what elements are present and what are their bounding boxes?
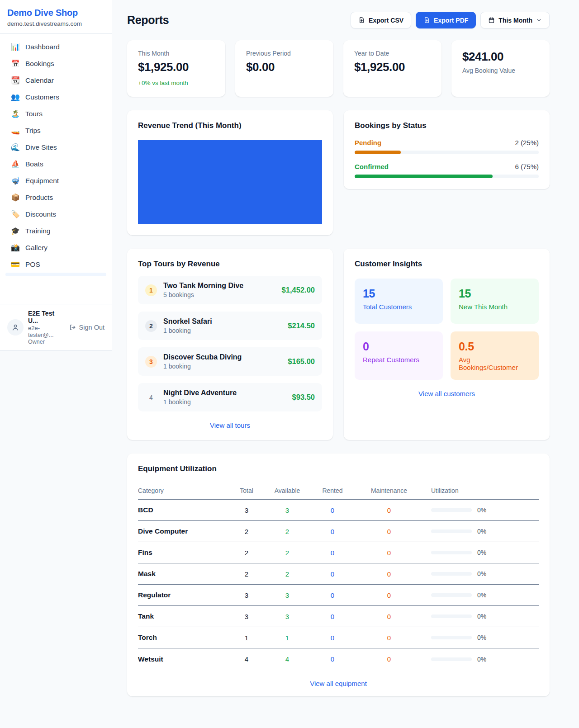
table-row: Regulator 3 3 0 0 0%	[138, 585, 539, 606]
bar-chart-icon: 📊	[11, 43, 20, 51]
export-pdf-button[interactable]: Export PDF	[416, 12, 476, 28]
table-row: Wetsuit 4 4 0 0 0%	[138, 648, 539, 670]
revenue-trend-chart	[138, 140, 322, 224]
status-row-pending: Pending 2 (25%)	[355, 139, 539, 154]
stat-delta: +0% vs last month	[138, 80, 214, 86]
charts-row: Revenue Trend (This Month) Bookings by S…	[127, 110, 550, 235]
view-all-equipment-link[interactable]: View all equipment	[138, 680, 539, 687]
period-label: This Month	[498, 17, 532, 24]
sidebar-item-training[interactable]: 🎓Training	[5, 222, 106, 239]
stat-label: Avg Booking Value	[462, 67, 539, 74]
sidebar-item-equipment[interactable]: 🤿Equipment	[5, 172, 106, 189]
sidebar-item-discounts[interactable]: 🏷️Discounts	[5, 206, 106, 222]
export-pdf-label: Export PDF	[434, 17, 468, 24]
utilization-percent: 0%	[477, 591, 486, 599]
user-role: Owner	[28, 339, 65, 345]
tour-row: 4 Night Dive Adventure 1 booking $93.50	[138, 383, 322, 411]
wave-icon: 🌊	[11, 143, 20, 151]
export-csv-label: Export CSV	[369, 17, 403, 24]
sidebar-item-label: Products	[25, 194, 53, 202]
table-row: Mask 2 2 0 0 0%	[138, 563, 539, 585]
sidebar-item-dive-sites[interactable]: 🌊Dive Sites	[5, 139, 106, 156]
sign-out-label: Sign Out	[79, 324, 104, 331]
export-csv-button[interactable]: Export CSV	[351, 12, 411, 28]
cell-available: 3	[265, 591, 310, 599]
col-header-total: Total	[228, 487, 265, 494]
table-row: BCD 3 3 0 0 0%	[138, 500, 539, 521]
utilization-bar-track	[431, 551, 472, 554]
cell-utilization: 0%	[423, 528, 539, 535]
cell-utilization: 0%	[423, 549, 539, 556]
sidebar-item-boats[interactable]: ⛵Boats	[5, 156, 106, 172]
view-all-customers-link[interactable]: View all customers	[355, 390, 539, 397]
confirmed-bar-track	[355, 175, 539, 178]
sidebar-item-reports-partial[interactable]	[5, 273, 106, 276]
tour-bookings: 1 booking	[163, 327, 281, 334]
sidebar-item-trips[interactable]: 🚤Trips	[5, 122, 106, 139]
tour-row: 2 Snorkel Safari 1 booking $214.50	[138, 312, 322, 340]
cell-maintenance: 0	[355, 655, 423, 663]
equipment-category: Regulator	[138, 591, 228, 599]
sidebar-item-label: Tours	[25, 110, 43, 118]
sidebar-item-label: Gallery	[25, 244, 47, 252]
pending-bar-track	[355, 151, 539, 154]
cell-rented: 0	[310, 549, 355, 557]
sidebar-item-tours[interactable]: 🏝️Tours	[5, 105, 106, 122]
page-header: Reports Export CSV Export PDF This Month	[127, 12, 550, 28]
view-all-tours-link[interactable]: View all tours	[138, 421, 322, 429]
revenue-trend-card: Revenue Trend (This Month)	[127, 110, 333, 235]
table-row: Tank 3 3 0 0 0%	[138, 606, 539, 627]
cell-rented: 0	[310, 591, 355, 599]
main-content: Reports Export CSV Export PDF This Month…	[112, 0, 579, 714]
tours-insights-row: Top Tours by Revenue 1 Two Tank Morning …	[127, 249, 550, 440]
shop-name: Demo Dive Shop	[7, 8, 104, 18]
period-dropdown[interactable]: This Month	[480, 12, 550, 28]
status-row-confirmed: Confirmed 6 (75%)	[355, 163, 539, 178]
insight-label: Total Customers	[363, 303, 435, 311]
table-header-row: Category Total Available Rented Maintena…	[138, 482, 539, 500]
cell-utilization: 0%	[423, 591, 539, 599]
bookings-by-status-card: Bookings by Status Pending 2 (25%) Confi…	[344, 110, 550, 189]
cell-maintenance: 0	[355, 634, 423, 642]
insights-grid: 15 Total Customers 15 New This Month 0 R…	[355, 279, 539, 380]
sidebar-item-pos[interactable]: 💳POS	[5, 256, 106, 273]
sidebar-item-gallery[interactable]: 📸Gallery	[5, 239, 106, 256]
cell-maintenance: 0	[355, 570, 423, 578]
revenue-trend-title: Revenue Trend (This Month)	[138, 121, 322, 130]
sidebar-item-label: Boats	[25, 160, 43, 168]
sign-out-button[interactable]: Sign Out	[69, 324, 104, 331]
status-label-confirmed: Confirmed	[355, 163, 389, 170]
calendar-icon: 📆	[11, 76, 20, 85]
sidebar-item-label: Dashboard	[25, 43, 60, 51]
rank-badge: 2	[145, 320, 157, 332]
cell-available: 4	[265, 655, 310, 663]
avatar	[7, 319, 24, 336]
sidebar-item-bookings[interactable]: 📅Bookings	[5, 55, 106, 72]
person-icon	[11, 323, 19, 331]
table-row: Fins 2 2 0 0 0%	[138, 542, 539, 563]
tour-name: Night Dive Adventure	[163, 389, 286, 397]
cell-available: 1	[265, 634, 310, 642]
sidebar-item-label: Trips	[25, 127, 41, 135]
equipment-category: Tank	[138, 612, 228, 620]
status-label-pending: Pending	[355, 139, 381, 147]
stat-value: $0.00	[246, 60, 323, 74]
header-actions: Export CSV Export PDF This Month	[351, 12, 550, 28]
col-header-utilization: Utilization	[423, 487, 539, 494]
utilization-bar-track	[431, 636, 472, 639]
sidebar-item-calendar[interactable]: 📆Calendar	[5, 72, 106, 89]
tour-row: 1 Two Tank Morning Dive 5 bookings $1,45…	[138, 276, 322, 304]
tour-revenue: $214.50	[288, 321, 315, 330]
sidebar-item-customers[interactable]: 👥Customers	[5, 89, 106, 105]
cell-total: 1	[228, 634, 265, 642]
sidebar-item-products[interactable]: 📦Products	[5, 189, 106, 206]
tour-name: Snorkel Safari	[163, 317, 281, 326]
cell-maintenance: 0	[355, 613, 423, 620]
sailboat-icon: ⛵	[11, 160, 20, 168]
stat-value: $241.00	[462, 50, 539, 64]
stat-label: This Month	[138, 50, 214, 57]
cell-available: 3	[265, 613, 310, 620]
col-header-category: Category	[138, 487, 228, 494]
sidebar-item-dashboard[interactable]: 📊Dashboard	[5, 38, 106, 55]
equipment-category: Wetsuit	[138, 655, 228, 663]
